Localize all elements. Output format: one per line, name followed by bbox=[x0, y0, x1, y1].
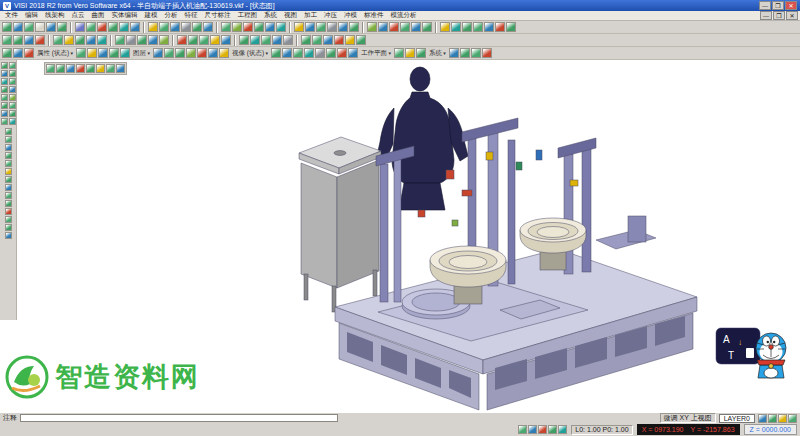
toolbar-icon[interactable] bbox=[192, 22, 202, 32]
mdi-close-button[interactable]: ✕ bbox=[786, 11, 798, 20]
toolbar-icon[interactable] bbox=[56, 64, 65, 73]
toolbar-icon[interactable] bbox=[108, 22, 118, 32]
toolbar-icon[interactable] bbox=[221, 22, 231, 32]
toolbar-icon[interactable] bbox=[1, 86, 8, 93]
toolbar-icon[interactable] bbox=[250, 35, 260, 45]
menu-item[interactable]: 特征 bbox=[182, 11, 201, 20]
toolbar-icon[interactable] bbox=[254, 22, 264, 32]
snap-mode-indicator[interactable]: 微调 XY 上视图 bbox=[660, 413, 716, 423]
maximize-button[interactable]: ❒ bbox=[772, 1, 784, 10]
toolbar-icon[interactable] bbox=[440, 22, 450, 32]
toolbar-icon[interactable] bbox=[1, 110, 8, 117]
toolbar-icon[interactable] bbox=[304, 48, 314, 58]
toolbar-icon[interactable] bbox=[528, 425, 537, 434]
toolbar-icon[interactable] bbox=[2, 35, 12, 45]
menu-item[interactable]: 点云 bbox=[69, 11, 88, 20]
toolbar-icon[interactable] bbox=[57, 22, 67, 32]
toolbar-icon[interactable] bbox=[86, 64, 95, 73]
toolbar-icon[interactable] bbox=[558, 425, 567, 434]
toolbar-icon[interactable] bbox=[323, 35, 333, 45]
toolbar-icon[interactable] bbox=[1, 118, 8, 125]
toolbar-icon[interactable] bbox=[243, 22, 253, 32]
toolbar-icon[interactable] bbox=[35, 22, 45, 32]
toolbar-icon[interactable] bbox=[411, 22, 421, 32]
toolbar-icon[interactable] bbox=[482, 48, 492, 58]
toolbar-icon[interactable] bbox=[177, 35, 187, 45]
toolbar-icon[interactable] bbox=[9, 94, 16, 101]
toolbar-icon[interactable] bbox=[186, 48, 196, 58]
toolbar-icon[interactable] bbox=[326, 48, 336, 58]
toolbar-icon[interactable] bbox=[338, 22, 348, 32]
system-group-label[interactable]: 系统 bbox=[427, 49, 448, 58]
toolbar-icon[interactable] bbox=[148, 22, 158, 32]
toolbar-icon[interactable] bbox=[9, 110, 16, 117]
toolbar-icon[interactable] bbox=[97, 35, 107, 45]
menu-item[interactable]: 冲压 bbox=[321, 11, 340, 20]
menu-item[interactable]: 视图 bbox=[281, 11, 300, 20]
toolbar-icon[interactable] bbox=[46, 64, 55, 73]
menu-item[interactable]: 曲面 bbox=[89, 11, 108, 20]
toolbar-icon[interactable] bbox=[294, 22, 304, 32]
toolbar-icon[interactable] bbox=[265, 22, 275, 32]
toolbar-icon[interactable] bbox=[199, 35, 209, 45]
toolbar-icon[interactable] bbox=[232, 22, 242, 32]
mdi-minimize-button[interactable]: — bbox=[760, 11, 772, 20]
toolbar-icon[interactable] bbox=[2, 22, 12, 32]
toolbar-icon[interactable] bbox=[271, 48, 281, 58]
toolbar-icon[interactable] bbox=[471, 48, 481, 58]
toolbar-icon[interactable] bbox=[87, 48, 97, 58]
toolbar-icon[interactable] bbox=[5, 200, 12, 207]
toolbar-icon[interactable] bbox=[449, 48, 459, 58]
toolbar-icon[interactable] bbox=[405, 48, 415, 58]
layer-selector[interactable]: LAYER0 bbox=[719, 414, 755, 423]
toolbar-icon[interactable] bbox=[283, 35, 293, 45]
toolbar-icon[interactable] bbox=[126, 35, 136, 45]
menu-item[interactable]: 加工 bbox=[301, 11, 320, 20]
toolbar-icon[interactable] bbox=[13, 48, 23, 58]
toolbar-icon[interactable] bbox=[460, 48, 470, 58]
toolbar-icon[interactable] bbox=[5, 192, 12, 199]
toolbar-icon[interactable] bbox=[1, 102, 8, 109]
toolbar-icon[interactable] bbox=[153, 48, 163, 58]
toolbar-icon[interactable] bbox=[315, 48, 325, 58]
toolbar-icon[interactable] bbox=[5, 168, 12, 175]
menu-item[interactable]: 系统 bbox=[261, 11, 280, 20]
toolbar-icon[interactable] bbox=[170, 22, 180, 32]
toolbar-icon[interactable] bbox=[239, 35, 249, 45]
toolbar-icon[interactable] bbox=[164, 48, 174, 58]
toolbar-icon[interactable] bbox=[97, 22, 107, 32]
toolbar-icon[interactable] bbox=[394, 48, 404, 58]
menu-item[interactable]: 工程图 bbox=[235, 11, 261, 20]
toolbar-icon[interactable] bbox=[5, 224, 12, 231]
toolbar-icon[interactable] bbox=[188, 35, 198, 45]
toolbar-icon[interactable] bbox=[98, 48, 108, 58]
toolbar-icon[interactable] bbox=[768, 414, 777, 423]
toolbar-icon[interactable] bbox=[272, 35, 282, 45]
toolbar-icon[interactable] bbox=[400, 22, 410, 32]
toolbar-icon[interactable] bbox=[276, 22, 286, 32]
toolbar-icon[interactable] bbox=[293, 48, 303, 58]
toolbar-icon[interactable] bbox=[24, 48, 34, 58]
menu-item[interactable]: 编辑 bbox=[22, 11, 41, 20]
menu-item[interactable]: 文件 bbox=[2, 11, 21, 20]
minimize-button[interactable]: — bbox=[759, 1, 771, 10]
toolbar-icon[interactable] bbox=[334, 35, 344, 45]
toolbar-icon[interactable] bbox=[484, 22, 494, 32]
toolbar-icon[interactable] bbox=[197, 48, 207, 58]
toolbar-icon[interactable] bbox=[109, 48, 119, 58]
toolbar-icon[interactable] bbox=[13, 35, 23, 45]
toolbar-icon[interactable] bbox=[9, 62, 16, 69]
toolbar-icon[interactable] bbox=[53, 35, 63, 45]
toolbar-icon[interactable] bbox=[86, 35, 96, 45]
menu-item[interactable]: 标准件 bbox=[361, 11, 387, 20]
toolbar-icon[interactable] bbox=[312, 35, 322, 45]
toolbar-icon[interactable] bbox=[416, 48, 426, 58]
menu-item[interactable]: 冲模 bbox=[341, 11, 360, 20]
menu-item[interactable]: 模流分析 bbox=[388, 11, 420, 20]
toolbar-icon[interactable] bbox=[24, 35, 34, 45]
toolbar-icon[interactable] bbox=[1, 70, 8, 77]
menu-item[interactable]: 实体编辑 bbox=[109, 11, 141, 20]
toolbar-icon[interactable] bbox=[788, 414, 797, 423]
toolbar-icon[interactable] bbox=[5, 136, 12, 143]
layers-group-label[interactable]: 图层 bbox=[131, 49, 152, 58]
